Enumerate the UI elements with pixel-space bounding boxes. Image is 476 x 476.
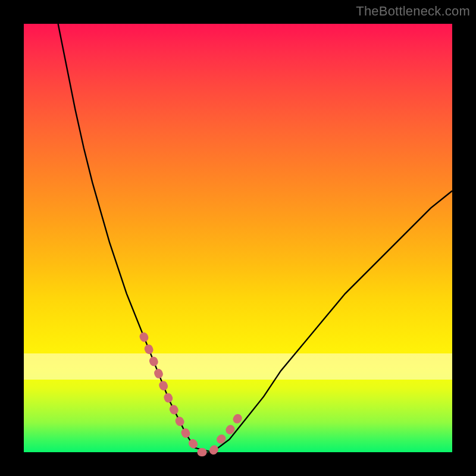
plot-area <box>24 24 452 452</box>
highlight-markers <box>144 337 238 452</box>
bottleneck-curve-svg <box>24 24 452 452</box>
watermark-text: TheBottleneck.com <box>356 4 470 19</box>
chart-frame: TheBottleneck.com <box>0 0 476 476</box>
bottleneck-curve <box>58 24 452 452</box>
